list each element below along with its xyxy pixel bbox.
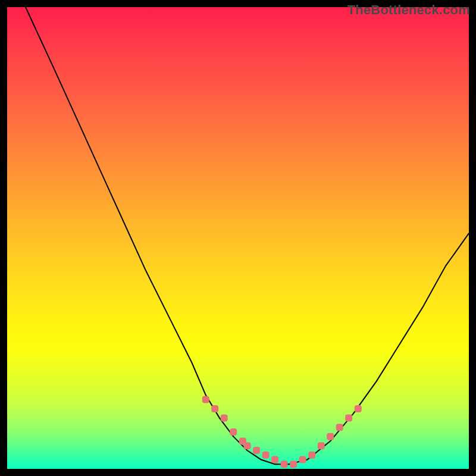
bottleneck-chart <box>7 7 469 469</box>
marker-dot <box>230 428 237 436</box>
marker-dot <box>211 405 218 412</box>
marker-dot <box>202 396 209 403</box>
marker-dot <box>262 452 270 459</box>
marker-dot <box>290 461 297 468</box>
watermark-text: TheBottleneck.com <box>347 2 470 18</box>
marker-dot <box>244 442 251 449</box>
marker-dot <box>299 456 306 464</box>
marker-dot <box>221 415 228 422</box>
marker-dot <box>281 461 288 468</box>
marker-dot <box>345 415 352 422</box>
marker-dot <box>308 452 315 459</box>
marker-dot <box>327 433 334 440</box>
marker-dot <box>336 424 343 431</box>
marker-dot <box>355 405 362 412</box>
bottleneck-curve-line <box>26 7 469 464</box>
marker-dot <box>318 442 325 449</box>
marker-dot <box>253 447 260 454</box>
marker-dot <box>271 456 278 464</box>
